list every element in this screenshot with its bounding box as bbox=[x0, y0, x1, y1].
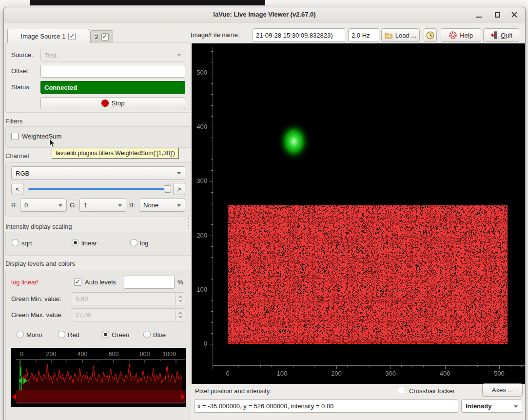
intensity-histogram[interactable]: 02004006008001000 bbox=[11, 348, 186, 407]
auto-levels-checkbox[interactable] bbox=[74, 279, 81, 286]
g-channel-combobox[interactable]: 1 bbox=[79, 199, 126, 212]
radio-log[interactable] bbox=[130, 239, 137, 246]
x-axis-minor-tick bbox=[250, 365, 250, 367]
red-histogram-fill bbox=[20, 362, 182, 391]
auto-levels-percent-field[interactable] bbox=[124, 276, 175, 289]
offset-field[interactable] bbox=[40, 65, 185, 78]
histogram-tick-label: 1000 bbox=[162, 351, 176, 358]
image-plot[interactable]: 01002003004005000100200300400500 bbox=[192, 43, 525, 384]
chevron-down-icon bbox=[118, 204, 122, 207]
radio-linear[interactable] bbox=[72, 239, 79, 246]
x-axis-tick bbox=[282, 365, 282, 369]
red-region-left-handle[interactable] bbox=[12, 394, 16, 400]
stop-button[interactable]: Stop bbox=[40, 97, 185, 109]
green-max-label: Green Max. value: bbox=[11, 311, 63, 319]
radio-mono[interactable] bbox=[17, 331, 24, 338]
source-label: Source: bbox=[11, 51, 33, 59]
x-axis-tick-label: 500 bbox=[489, 370, 509, 378]
vertical-splitter-handle[interactable] bbox=[188, 218, 189, 229]
green-min-label: Green Min. value: bbox=[11, 295, 61, 303]
x-axis-minor-tick bbox=[489, 365, 489, 367]
maximize-button[interactable] bbox=[491, 7, 504, 22]
folder-icon bbox=[385, 32, 392, 39]
stop-label: Stop bbox=[112, 100, 125, 107]
red-level-region[interactable] bbox=[17, 391, 185, 403]
y-axis-tick bbox=[209, 290, 213, 290]
x-axis-minor-tick bbox=[510, 365, 510, 367]
channel-slider-track[interactable] bbox=[28, 188, 171, 190]
display-mode-combobox[interactable]: Intensity bbox=[461, 400, 522, 413]
y-axis-minor-tick bbox=[211, 105, 213, 106]
green-min-spinbox[interactable]: 0,00 bbox=[72, 292, 185, 305]
help-button[interactable]: Help bbox=[441, 28, 481, 42]
crosshair-locker-checkbox[interactable] bbox=[398, 387, 405, 394]
x-axis-minor-tick bbox=[271, 365, 272, 367]
y-axis-tick bbox=[209, 127, 213, 127]
y-axis-minor-tick bbox=[211, 311, 213, 312]
radio-mono-label: Mono bbox=[26, 331, 42, 339]
y-axis-minor-tick bbox=[211, 203, 213, 203]
axes-button[interactable]: Axes ... bbox=[482, 383, 523, 397]
radio-red-label: Red bbox=[68, 331, 79, 339]
x-axis-minor-tick bbox=[412, 365, 413, 367]
y-axis-minor-tick bbox=[211, 149, 213, 149]
clock-icon bbox=[426, 31, 434, 40]
radio-green-label: Green bbox=[112, 331, 129, 339]
scaling-section-label: Intensity display scaling bbox=[5, 223, 72, 231]
channel-prev-button[interactable]: < bbox=[11, 183, 23, 195]
y-axis-minor-tick bbox=[211, 138, 213, 138]
chevron-down-icon bbox=[177, 204, 181, 207]
y-axis-tick bbox=[209, 344, 213, 344]
histogram-tick-label: 800 bbox=[140, 351, 150, 358]
levels-section-label: Display levels and colors bbox=[5, 260, 75, 268]
crosshair-locker-label: Crosshair locker bbox=[409, 387, 455, 395]
close-button[interactable] bbox=[508, 7, 521, 22]
status-value-box: Connected bbox=[40, 81, 185, 94]
b-channel-combobox[interactable]: None bbox=[139, 199, 185, 212]
timing-button[interactable] bbox=[424, 28, 437, 42]
red-noise-image bbox=[228, 205, 508, 344]
spin-arrows[interactable] bbox=[176, 309, 185, 321]
y-axis-minor-tick bbox=[211, 257, 213, 258]
pixel-position-label: Pixel position and intensity: bbox=[195, 387, 272, 395]
tab-image-source-2[interactable]: 2 bbox=[90, 30, 113, 43]
pixel-position-field[interactable]: x = -35.000000, y = 526.000000, intensit… bbox=[194, 400, 458, 413]
load-button[interactable]: Load ... bbox=[381, 28, 420, 42]
y-axis-minor-tick bbox=[211, 160, 213, 160]
x-axis-minor-tick bbox=[293, 365, 293, 367]
radio-sqrt[interactable] bbox=[12, 239, 19, 246]
maximize-icon bbox=[495, 12, 500, 18]
minimize-icon bbox=[476, 17, 482, 18]
y-axis-tick-label: 300 bbox=[192, 177, 207, 185]
y-axis-minor-tick bbox=[211, 170, 213, 171]
y-axis-minor-tick bbox=[211, 279, 213, 280]
green-max-spinbox[interactable]: 27,00 bbox=[72, 308, 185, 321]
tab1-enabled-checkbox[interactable] bbox=[68, 33, 76, 40]
channel-mode-combobox[interactable]: RGB bbox=[11, 166, 185, 180]
filters-section-label: Filters bbox=[5, 118, 22, 125]
y-axis-minor-tick bbox=[211, 300, 213, 301]
r-channel-combobox[interactable]: 0 bbox=[20, 199, 67, 212]
quit-button[interactable]: Quit bbox=[483, 28, 519, 42]
channel-next-button[interactable]: > bbox=[173, 183, 185, 195]
x-axis-tick bbox=[445, 365, 446, 369]
source-combobox[interactable]: Test bbox=[40, 49, 185, 61]
chevron-down-icon bbox=[177, 54, 181, 57]
channel-section-label: Channel bbox=[5, 152, 29, 160]
image-file-name-field[interactable]: 21-09-28 15:30:09.832823) bbox=[253, 28, 345, 42]
weightedsum-checkbox[interactable] bbox=[11, 133, 19, 140]
refresh-rate-field[interactable]: 2.0 Hz bbox=[348, 28, 379, 42]
tab-image-source-1[interactable]: Image Source 1 bbox=[7, 29, 89, 43]
title-bar[interactable]: laVue: Live Image Viewer (v2.67.0) bbox=[4, 7, 525, 22]
x-axis-minor-tick bbox=[423, 365, 424, 367]
blue-level-line bbox=[17, 402, 185, 402]
channel-slider-handle[interactable] bbox=[164, 185, 171, 193]
radio-blue[interactable] bbox=[143, 331, 151, 338]
spin-arrows[interactable] bbox=[176, 293, 185, 305]
radio-green[interactable] bbox=[102, 331, 109, 338]
tab2-enabled-checkbox[interactable] bbox=[101, 33, 109, 40]
y-axis-minor-tick bbox=[211, 116, 213, 117]
minimize-button[interactable] bbox=[473, 7, 486, 22]
lifebuoy-icon bbox=[449, 31, 457, 39]
radio-red[interactable] bbox=[58, 331, 65, 338]
